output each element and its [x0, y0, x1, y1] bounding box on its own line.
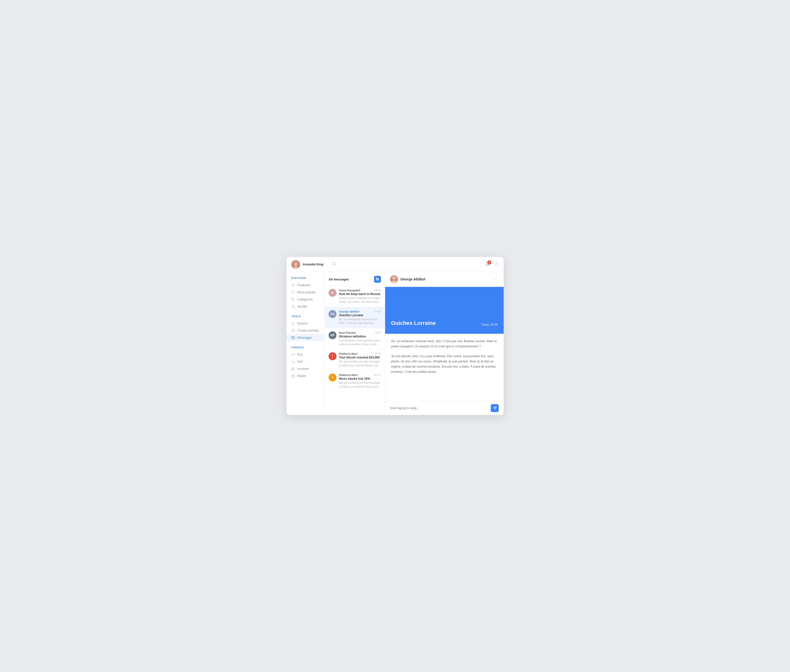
notification-badge: 6 — [487, 261, 491, 264]
msg-time: 02:02 — [375, 352, 381, 355]
plus-circle-icon — [291, 329, 295, 332]
sidebar-item-shuffle[interactable]: Shuffle — [286, 303, 325, 310]
sidebar-item-wallet[interactable]: Wallet — [286, 372, 325, 379]
app-body: DISCOVER Featured Most popular Categorie… — [286, 272, 504, 415]
trending-up-icon — [291, 353, 295, 356]
msg-preview: We are sending you this message to infor… — [339, 360, 381, 367]
message-item[interactable]: ! Platform Alert Jan 11 Nicox stocks los… — [325, 371, 385, 392]
message-item[interactable]: GA George Abitbol 04:55 Ouiches Lorraine… — [325, 307, 385, 328]
msg-preview: Une dictature c'est quand les gens sont … — [339, 339, 381, 346]
star-icon — [291, 283, 295, 287]
msg-content: Platform Alert Jan 11 Nicox stocks lost … — [339, 374, 381, 389]
chat-reply-input[interactable] — [390, 406, 488, 410]
msg-avatar: IH — [329, 289, 336, 297]
chat-avatar — [390, 275, 398, 283]
msg-preview: Ah, un restaurant mexican food. Zeb ! C'… — [339, 317, 381, 325]
msg-top: George Abitbol 04:55 — [339, 310, 381, 313]
notification-button[interactable]: 6 — [485, 261, 490, 267]
msg-sender: Ivana Humpalot — [339, 289, 360, 292]
sidebar-item-create-portfolio-label: Create portfolio — [297, 329, 319, 332]
sidebar-item-search[interactable]: Search — [286, 320, 325, 327]
chat-body: Ouiches Lorraine Today, 04:55 Ah, un res… — [385, 287, 504, 401]
svg-point-18 — [377, 279, 377, 279]
msg-title: Dictature definition — [339, 335, 381, 338]
msg-top: Platform Alert Jan 11 — [339, 374, 381, 376]
search-icon-header — [332, 262, 336, 267]
pen-icon — [376, 277, 379, 281]
header-search-area — [329, 262, 485, 267]
header-user-name: Amanda King — [303, 262, 323, 266]
svg-marker-5 — [291, 284, 294, 286]
messages-filter-label: All messages — [329, 277, 349, 281]
svg-point-20 — [391, 280, 397, 283]
compose-button[interactable] — [374, 276, 381, 283]
message-item[interactable]: NF Noel Flantier 02:10 Dictature definit… — [325, 328, 385, 350]
msg-content: Noel Flantier 02:10 Dictature definition… — [339, 331, 381, 346]
power-button[interactable] — [494, 262, 499, 267]
chat-message-text: Ah, un restaurant mexican food. Zeb ! C'… — [391, 339, 498, 349]
msg-top: Ivana Humpalot 08:00 — [339, 289, 381, 292]
sidebar-item-create-portfolio[interactable]: Create portfolio — [286, 327, 325, 334]
msg-sender: Noel Flantier — [339, 331, 356, 334]
sidebar-section-tools: TOOLS Search Create portfolio Messages — [286, 315, 325, 341]
header-right: 6 — [485, 261, 499, 267]
msg-preview: We are sending you this message to infor… — [339, 381, 381, 389]
msg-content: Platform Alert 02:02 Your bitcoin reache… — [339, 352, 381, 367]
svg-point-19 — [392, 276, 396, 280]
msg-time: 08:00 — [375, 289, 381, 291]
tools-title: TOOLS — [286, 315, 325, 318]
sidebar-item-categories[interactable]: Categories — [286, 296, 325, 303]
mail-icon — [291, 336, 295, 339]
svg-point-0 — [294, 263, 297, 266]
msg-top: Platform Alert 02:02 — [339, 352, 381, 355]
send-icon — [493, 406, 497, 410]
discover-title: DISCOVER — [286, 277, 325, 280]
send-button[interactable] — [491, 404, 499, 412]
sidebar-item-featured[interactable]: Featured — [286, 282, 325, 289]
sidebar-item-search-label: Search — [297, 322, 307, 325]
msg-sender: Platform Alert — [339, 352, 358, 355]
svg-line-9 — [292, 306, 293, 306]
svg-line-11 — [294, 324, 294, 325]
msg-top: Noel Flantier 02:10 — [339, 331, 381, 334]
msg-title: Your bitcoin reached $10,000 — [339, 356, 381, 359]
messages-panel: All messages IH Ivana Humpalot 08:00 — [325, 272, 385, 415]
chat-featured-time: Today, 04:55 — [481, 323, 498, 326]
sidebar-item-messages[interactable]: Messages — [286, 334, 325, 341]
chat-messages: Ah, un restaurant mexican food. Zeb ! C'… — [385, 334, 504, 401]
file-text-icon — [291, 367, 295, 371]
sidebar-item-categories-label: Categories — [297, 298, 313, 301]
sidebar-item-buy[interactable]: Buy — [286, 351, 325, 358]
message-list: IH Ivana Humpalot 08:00 How we keep warm… — [325, 286, 385, 415]
message-item[interactable]: ! Platform Alert 02:02 Your bitcoin reac… — [325, 349, 385, 371]
chevron-down-icon — [350, 278, 353, 281]
sidebar-item-buy-label: Buy — [297, 352, 303, 356]
msg-content: Ivana Humpalot 08:00 How we keep warm in… — [339, 289, 381, 304]
sidebar-item-featured-label: Featured — [297, 283, 310, 287]
msg-title: How we keep warm in Russia — [339, 292, 381, 296]
sidebar-item-sell-label: Sell — [297, 360, 303, 363]
msg-sender: Platform Alert — [339, 374, 358, 376]
chat-more-button[interactable]: ··· — [494, 277, 499, 282]
msg-title: Ouiches Lorraine — [339, 314, 381, 317]
chat-message-text: Je suis désolé, hein. Il y a pas d'offen… — [391, 354, 498, 375]
messages-filter[interactable]: All messages — [329, 277, 353, 281]
chat-featured-title: Ouiches Lorraine — [391, 320, 436, 326]
app-header: Amanda King 6 — [286, 257, 504, 272]
msg-avatar: GA — [329, 310, 336, 318]
svg-line-3 — [335, 265, 336, 266]
sidebar-item-most-popular[interactable]: Most popular — [286, 289, 325, 296]
message-item[interactable]: IH Ivana Humpalot 08:00 How we keep warm… — [325, 286, 385, 307]
tag-icon — [291, 298, 295, 301]
msg-avatar-alert-red: ! — [329, 352, 336, 360]
messages-panel-header: All messages — [325, 272, 385, 286]
chat-header-user: George Abitbol — [390, 275, 425, 283]
msg-time: 02:10 — [375, 331, 381, 334]
sidebar-item-most-popular-label: Most popular — [297, 290, 316, 294]
sidebar-item-invoices[interactable]: Invoices — [286, 365, 325, 372]
msg-title: Nicox stocks lost 15% — [339, 377, 381, 381]
msg-avatar: NF — [329, 331, 336, 339]
shuffle-icon — [291, 305, 295, 308]
trending-down-icon — [291, 360, 295, 363]
sidebar-item-sell[interactable]: Sell — [286, 358, 325, 365]
